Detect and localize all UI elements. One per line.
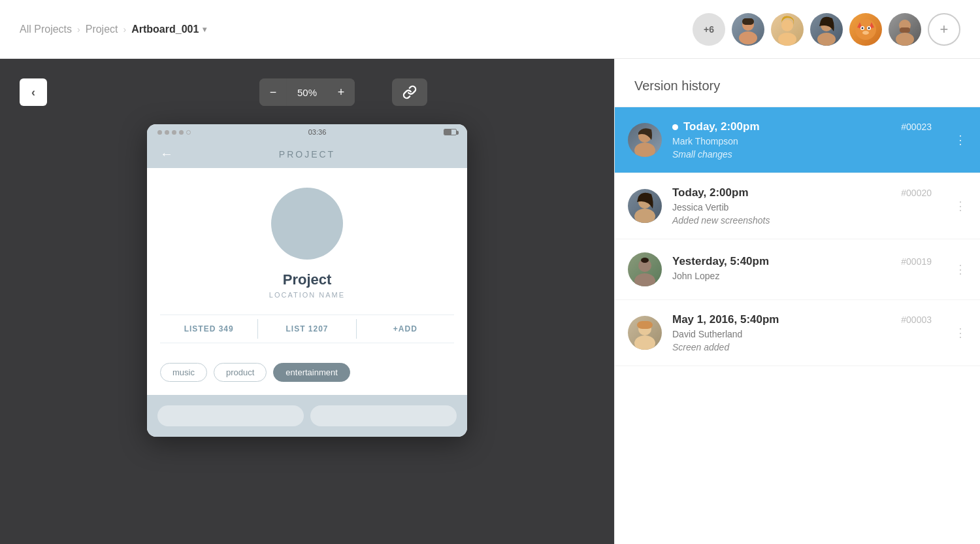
version-avatar-1 [628,189,662,223]
add-collaborator-button[interactable]: + [928,13,960,46]
dot-3 [172,130,176,135]
back-button[interactable]: ‹ [20,78,47,106]
version-menu-1[interactable]: ⋮ [954,199,967,213]
avatar-1[interactable] [732,13,764,46]
version-menu-3[interactable]: ⋮ [954,326,967,340]
version-user-2: John Lopez [672,271,943,281]
version-desc-3: Screen added [672,342,943,352]
version-num-3: #00003 [901,314,932,325]
avatar-count[interactable]: +6 [693,13,725,46]
canvas-area: ‹ − 50% + [0,59,614,544]
tag-music[interactable]: music [160,363,207,382]
version-list: Today, 2:00pm #00023 Mark Thompson Small… [615,107,980,544]
svg-point-21 [634,209,655,223]
zoom-in-button[interactable]: + [327,78,355,106]
breadcrumb-sep-1: › [77,24,80,35]
version-panel-title: Version history [634,78,960,94]
zoom-controls: − 50% + [259,78,355,106]
bottom-pill-2 [310,405,457,426]
version-panel: Version history Today, 2:00pm #00023 [614,59,980,544]
phone-nav-bar: ← PROJECT [147,140,467,168]
phone-status-bar: 03:36 [147,124,467,140]
version-info-2: Yesterday, 5:40pm #00019 John Lopez [672,255,943,284]
svg-point-14 [862,31,869,35]
tag-entertainment[interactable]: entertainment [273,363,350,382]
version-active-dot-0 [672,124,678,130]
phone-stats-bar: LISTED 349 LIST 1207 +ADD [160,314,454,343]
version-time-2: Yesterday, 5:40pm [672,255,769,268]
version-avatar-0 [628,123,662,157]
avatar-5-image [889,13,921,46]
version-time-0: Today, 2:00pm [683,120,760,133]
version-user-3: David Sutherland [672,329,943,339]
svg-point-1 [739,31,757,44]
version-time-row-3: May 1, 2016, 5:40pm #00003 [672,313,943,326]
avatars-group: +6 [693,13,960,46]
svg-point-13 [868,27,870,29]
link-button[interactable] [392,78,427,106]
avatar-2-image [771,13,804,46]
version-item-3[interactable]: May 1, 2016, 5:40pm #00003 David Sutherl… [615,300,980,366]
version-avatar-3 [628,316,662,350]
version-desc-1: Added new screenshots [672,215,943,226]
breadcrumb-project[interactable]: Project [86,24,118,35]
dot-2 [165,130,169,135]
avatar-2[interactable] [771,13,804,46]
phone-profile-name: Project [160,271,454,288]
svg-point-7 [855,19,876,40]
phone-profile-avatar [271,188,343,260]
phone-back-icon: ← [160,146,173,162]
phone-stat-listed: LISTED 349 [160,315,257,343]
svg-rect-24 [641,258,649,263]
battery-icon [444,129,457,135]
version-item-1[interactable]: Today, 2:00pm #00020 Jessica Vertib Adde… [615,173,980,239]
breadcrumb: All Projects › Project › Artboard_001 ▾ [20,24,206,35]
avatar-4[interactable] [849,13,882,46]
version-time-row-0: Today, 2:00pm #00023 [672,120,943,133]
version-time-row-1: Today, 2:00pm #00020 [672,186,943,199]
phone-location: LOCATION NAME [160,291,454,299]
svg-point-26 [634,335,655,350]
zoom-value: 50% [287,78,327,106]
phone-nav-title: PROJECT [184,149,431,160]
link-icon [402,85,417,99]
version-menu-2[interactable]: ⋮ [954,262,967,277]
version-item-2[interactable]: Yesterday, 5:40pm #00019 John Lopez ⋮ [615,239,980,300]
phone-bottom-bar [147,395,467,437]
svg-rect-17 [900,27,910,33]
version-avatar-2 [628,252,662,286]
version-info-1: Today, 2:00pm #00020 Jessica Vertib Adde… [672,186,943,226]
version-time-1: Today, 2:00pm [672,186,749,199]
svg-point-6 [817,33,836,46]
version-user-1: Jessica Vertib [672,202,943,212]
version-menu-0[interactable]: ⋮ [954,133,967,147]
avatar-5[interactable] [889,13,921,46]
avatar-3[interactable] [810,13,843,46]
back-icon: ‹ [31,86,35,99]
version-panel-header: Version history [615,59,980,107]
dropdown-arrow-icon: ▾ [203,25,206,34]
avatar-4-image [849,13,882,46]
version-desc-0: Small changes [672,149,943,160]
phone-stat-list: LIST 1207 [258,315,355,343]
version-time-row-2: Yesterday, 5:40pm #00019 [672,255,943,268]
avatar-3-image [810,13,843,46]
version-time-3: May 1, 2016, 5:40pm [672,313,779,326]
breadcrumb-current[interactable]: Artboard_001 ▾ [131,24,206,35]
svg-point-3 [781,20,793,31]
breadcrumb-all-projects[interactable]: All Projects [20,24,72,35]
breadcrumb-sep-2: › [123,24,127,35]
tag-product[interactable]: product [214,363,267,382]
phone-mockup: 03:36 ← PROJECT [147,124,467,437]
phone-time: 03:36 [308,128,327,136]
battery-cap [457,131,459,135]
zoom-out-button[interactable]: − [259,78,287,106]
svg-point-19 [634,143,655,157]
svg-point-23 [634,273,655,286]
version-num-0: #00023 [901,122,932,132]
bottom-pill-1 [157,405,304,426]
avatar-1-image [732,13,764,46]
version-item-0[interactable]: Today, 2:00pm #00023 Mark Thompson Small… [615,107,980,173]
top-nav: All Projects › Project › Artboard_001 ▾ … [0,0,980,59]
dot-4 [179,130,184,135]
